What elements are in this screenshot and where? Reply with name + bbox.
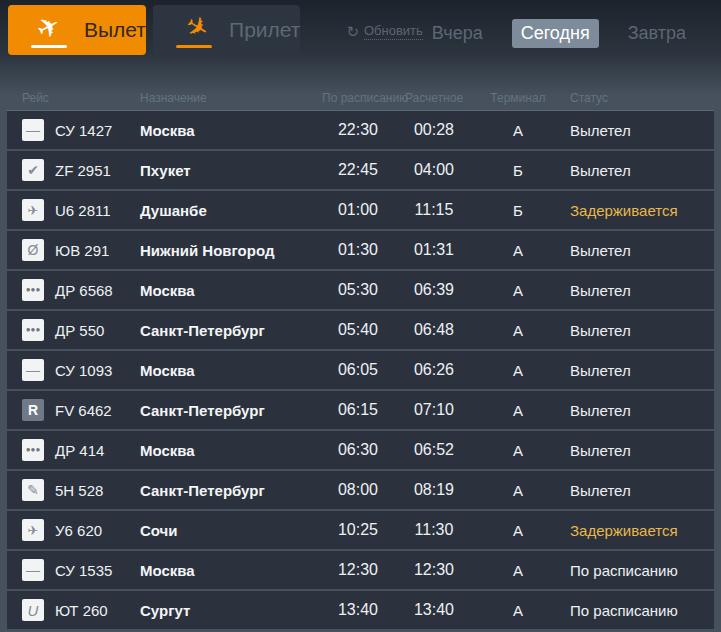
- estimated-time: 13:40: [394, 601, 474, 619]
- airline-logo-icon: U: [22, 599, 44, 621]
- destination: Душанбе: [140, 202, 322, 219]
- table-row: ✎ 5Н 528 Санкт-Петербург 08:00 08:19 А В…: [7, 471, 714, 509]
- airline-logo-icon: ●●●: [22, 279, 44, 301]
- estimated-time: 06:26: [394, 361, 474, 379]
- airline-logo-icon: ✈: [22, 519, 44, 541]
- date-tab-1[interactable]: Сегодня: [512, 19, 599, 48]
- airline-logo-icon: ✈: [22, 199, 44, 221]
- terminal: Б: [474, 202, 562, 219]
- table-row: — СУ 1535 Москва 12:30 12:30 А По распис…: [7, 551, 714, 589]
- estimated-time: 00:28: [394, 121, 474, 139]
- terminal: А: [474, 402, 562, 419]
- scheduled-time: 01:30: [322, 241, 394, 259]
- refresh-label: Обновить: [364, 23, 423, 40]
- flight-number: СУ 1535: [55, 562, 112, 579]
- flight-cell: ●●● ДР 6568: [22, 279, 140, 301]
- destination: Москва: [140, 362, 322, 379]
- flight-cell: ✔ ZF 2951: [22, 159, 140, 181]
- table-row: Ø ЮВ 291 Нижний Новгород 01:30 01:31 А В…: [7, 231, 714, 269]
- status: Вылетел: [562, 322, 706, 339]
- table-row: U ЮТ 260 Сургут 13:40 13:40 А По расписа…: [7, 591, 714, 629]
- tab-departures[interactable]: ✈ Вылет: [8, 5, 146, 55]
- destination: Санкт-Петербург: [140, 402, 322, 419]
- status: Вылетел: [562, 402, 706, 419]
- column-header-3: Расчетное: [394, 91, 474, 105]
- terminal: А: [474, 482, 562, 499]
- arrival-plane-icon: ✈: [175, 11, 215, 49]
- scheduled-time: 06:05: [322, 361, 394, 379]
- scheduled-time: 22:30: [322, 121, 394, 139]
- flight-number: U6 2811: [55, 202, 111, 219]
- destination: Москва: [140, 122, 322, 139]
- flight-cell: — СУ 1535: [22, 559, 140, 581]
- flight-number: ДР 6568: [55, 282, 113, 299]
- estimated-time: 11:15: [394, 201, 474, 219]
- airline-logo-icon: ✔: [22, 159, 44, 181]
- airline-logo-icon: ●●●: [22, 319, 44, 341]
- status: Вылетел: [562, 482, 706, 499]
- flight-cell: ✎ 5Н 528: [22, 479, 140, 501]
- terminal: А: [474, 122, 562, 139]
- destination: Москва: [140, 562, 322, 579]
- scheduled-time: 06:30: [322, 441, 394, 459]
- flight-number: ДР 550: [55, 322, 104, 339]
- column-headers: РейсНазначениеПо расписаниюРасчетноеТерм…: [7, 60, 714, 110]
- scheduled-time: 08:00: [322, 481, 394, 499]
- column-header-1: Назначение: [140, 91, 322, 105]
- destination: Нижний Новгород: [140, 242, 322, 259]
- terminal: А: [474, 322, 562, 339]
- flight-cell: Ø ЮВ 291: [22, 239, 140, 261]
- estimated-time: 06:52: [394, 441, 474, 459]
- airline-logo-icon: R: [22, 399, 44, 421]
- table-row: ●●● ДР 550 Санкт-Петербург 05:40 06:48 А…: [7, 311, 714, 349]
- airline-logo-icon: ✎: [22, 479, 44, 501]
- date-tab-2[interactable]: Завтра: [619, 19, 695, 48]
- scheduled-time: 22:45: [322, 161, 394, 179]
- flight-cell: R FV 6462: [22, 399, 140, 421]
- scheduled-time: 12:30: [322, 561, 394, 579]
- estimated-time: 04:00: [394, 161, 474, 179]
- flight-cell: ●●● ДР 550: [22, 319, 140, 341]
- terminal: А: [474, 242, 562, 259]
- table-row: — СУ 1093 Москва 06:05 06:26 А Вылетел: [7, 351, 714, 389]
- status: Вылетел: [562, 162, 706, 179]
- estimated-time: 11:30: [394, 521, 474, 539]
- terminal: А: [474, 562, 562, 579]
- status: Вылетел: [562, 442, 706, 459]
- flight-number: ЮТ 260: [55, 602, 108, 619]
- flight-cell: U ЮТ 260: [22, 599, 140, 621]
- scheduled-time: 10:25: [322, 521, 394, 539]
- refresh-button[interactable]: ↻ Обновить: [346, 23, 422, 40]
- estimated-time: 08:19: [394, 481, 474, 499]
- airline-logo-icon: —: [22, 359, 44, 381]
- column-header-0: Рейс: [22, 91, 140, 105]
- flight-number: СУ 1427: [55, 122, 112, 139]
- flight-number: У6 620: [55, 522, 102, 539]
- destination: Сургут: [140, 602, 322, 619]
- status: Вылетел: [562, 362, 706, 379]
- estimated-time: 06:39: [394, 281, 474, 299]
- airline-logo-icon: —: [22, 119, 44, 141]
- refresh-icon: ↻: [346, 24, 359, 39]
- flight-number: СУ 1093: [55, 362, 112, 379]
- flight-cell: ●●● ДР 414: [22, 439, 140, 461]
- table-row: ✈ У6 620 Сочи 10:25 11:30 А Задерживаетс…: [7, 511, 714, 549]
- status: Задерживается: [562, 522, 706, 539]
- estimated-time: 06:48: [394, 321, 474, 339]
- terminal: Б: [474, 162, 562, 179]
- tab-arrivals[interactable]: ✈ Прилет: [153, 5, 300, 55]
- flight-number: ДР 414: [55, 442, 104, 459]
- terminal: А: [474, 362, 562, 379]
- table-row: — СУ 1427 Москва 22:30 00:28 А Вылетел: [7, 111, 714, 149]
- scheduled-time: 06:15: [322, 401, 394, 419]
- tab-departures-label: Вылет: [84, 18, 146, 42]
- date-tab-0[interactable]: Вчера: [423, 19, 492, 48]
- topbar: ✈ Вылет ✈ Прилет ↻ Обновить ВчераСегодня…: [0, 0, 721, 60]
- flight-number: 5Н 528: [55, 482, 103, 499]
- flight-number: ZF 2951: [55, 162, 111, 179]
- status: Вылетел: [562, 242, 706, 259]
- table-row: ✈ U6 2811 Душанбе 01:00 11:15 Б Задержив…: [7, 191, 714, 229]
- flight-cell: — СУ 1427: [22, 119, 140, 141]
- tab-arrivals-label: Прилет: [229, 18, 300, 42]
- airline-logo-icon: —: [22, 559, 44, 581]
